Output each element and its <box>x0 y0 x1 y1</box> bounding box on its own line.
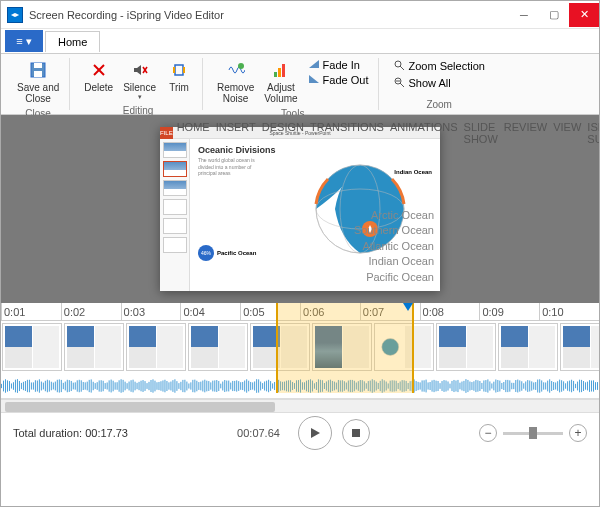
timeline-frame[interactable] <box>250 323 310 371</box>
zoom-slider[interactable] <box>503 432 563 435</box>
svg-rect-224 <box>396 381 397 391</box>
timeline-frame[interactable] <box>126 323 186 371</box>
svg-rect-258 <box>463 381 464 391</box>
save-close-button[interactable]: Save and Close <box>13 58 63 106</box>
zoom-control: − + <box>479 424 587 442</box>
timeline-scrollbar[interactable] <box>1 399 599 413</box>
silence-button[interactable]: Silence ▾ <box>119 58 160 103</box>
zoom-out-button[interactable]: − <box>479 424 497 442</box>
timeline-frame[interactable] <box>560 323 599 371</box>
timeline-frame[interactable] <box>498 323 558 371</box>
svg-rect-167 <box>282 382 283 390</box>
scroll-thumb[interactable] <box>5 402 275 412</box>
fade-out-button[interactable]: Fade Out <box>304 73 373 87</box>
playhead-icon[interactable] <box>403 303 413 311</box>
svg-rect-236 <box>420 382 421 389</box>
timeline-waveform[interactable] <box>1 373 599 399</box>
timeline-frame[interactable] <box>2 323 62 371</box>
svg-rect-293 <box>533 382 534 389</box>
svg-rect-90 <box>129 382 130 391</box>
svg-rect-162 <box>272 383 273 388</box>
timeline-frame[interactable] <box>436 323 496 371</box>
svg-rect-171 <box>290 380 291 392</box>
svg-rect-66 <box>81 380 82 391</box>
play-button[interactable] <box>298 416 332 450</box>
timeline-frame[interactable] <box>188 323 248 371</box>
timeline-ruler[interactable]: 0:010:020:030:040:050:060:070:080:090:10 <box>1 303 599 321</box>
maximize-button[interactable]: ▢ <box>539 3 569 27</box>
svg-rect-173 <box>294 383 295 389</box>
svg-rect-126 <box>200 382 201 391</box>
svg-rect-266 <box>479 381 480 391</box>
show-all-button[interactable]: Show All <box>389 75 488 91</box>
svg-rect-203 <box>354 381 355 391</box>
svg-rect-247 <box>442 381 443 391</box>
svg-rect-295 <box>537 380 538 393</box>
svg-rect-273 <box>493 382 494 391</box>
svg-rect-79 <box>107 382 108 389</box>
svg-rect-284 <box>515 380 516 392</box>
svg-rect-89 <box>127 383 128 389</box>
svg-rect-218 <box>384 380 385 391</box>
svg-rect-73 <box>95 383 96 389</box>
svg-rect-190 <box>328 380 329 392</box>
svg-rect-80 <box>109 380 110 391</box>
close-button[interactable]: ✕ <box>569 3 599 27</box>
svg-rect-325 <box>597 382 598 390</box>
svg-rect-148 <box>244 381 245 392</box>
svg-rect-145 <box>238 381 239 391</box>
svg-rect-72 <box>93 382 94 390</box>
svg-rect-270 <box>487 379 488 392</box>
svg-rect-108 <box>164 380 165 393</box>
svg-rect-60 <box>69 380 70 392</box>
svg-rect-277 <box>501 383 502 389</box>
svg-rect-136 <box>220 384 221 389</box>
timeline-frame[interactable] <box>312 323 372 371</box>
minimize-button[interactable]: ─ <box>509 3 539 27</box>
svg-rect-320 <box>587 382 588 391</box>
noise-icon <box>226 60 246 80</box>
svg-rect-51 <box>51 382 52 391</box>
svg-rect-74 <box>97 382 98 390</box>
svg-rect-113 <box>174 379 175 392</box>
svg-rect-53 <box>55 382 56 391</box>
timeline-frame[interactable] <box>374 323 434 371</box>
zoom-knob[interactable] <box>529 427 537 439</box>
svg-rect-189 <box>326 381 327 390</box>
svg-rect-319 <box>585 382 586 389</box>
delete-button[interactable]: Delete <box>80 58 117 95</box>
svg-rect-147 <box>242 382 243 390</box>
svg-rect-69 <box>87 382 88 391</box>
tab-home[interactable]: Home <box>45 31 100 52</box>
timeline[interactable]: 0:010:020:030:040:050:060:070:080:090:10 <box>1 303 599 399</box>
svg-rect-12 <box>278 68 281 77</box>
svg-rect-159 <box>266 381 267 392</box>
file-menu-button[interactable]: ≡▾ <box>5 30 43 52</box>
stop-button[interactable] <box>342 419 370 447</box>
fade-in-button[interactable]: Fade In <box>304 58 373 72</box>
zoom-selection-button[interactable]: Zoom Selection <box>389 58 488 74</box>
svg-rect-323 <box>593 380 594 391</box>
svg-rect-206 <box>360 380 361 392</box>
adjust-volume-button[interactable]: Adjust Volume <box>260 58 301 106</box>
remove-noise-button[interactable]: Remove Noise <box>213 58 258 106</box>
svg-rect-146 <box>240 382 241 390</box>
timeline-filmstrip[interactable] <box>1 321 599 373</box>
svg-rect-182 <box>312 381 313 392</box>
svg-rect-42 <box>33 382 34 389</box>
trim-icon <box>169 60 189 80</box>
svg-rect-225 <box>398 383 399 389</box>
zoom-in-button[interactable]: + <box>569 424 587 442</box>
svg-rect-221 <box>390 381 391 392</box>
timeline-frame[interactable] <box>64 323 124 371</box>
svg-rect-272 <box>491 383 492 388</box>
svg-rect-27 <box>3 381 4 392</box>
svg-rect-86 <box>121 379 122 393</box>
svg-rect-302 <box>551 381 552 391</box>
trim-button[interactable]: Trim <box>162 58 196 95</box>
svg-rect-160 <box>268 380 269 392</box>
preview-content: FILE Space Shuttle - PowerPoint HOMEINSE… <box>160 127 440 291</box>
svg-rect-217 <box>382 379 383 393</box>
svg-rect-292 <box>531 381 532 390</box>
svg-rect-48 <box>45 381 46 391</box>
